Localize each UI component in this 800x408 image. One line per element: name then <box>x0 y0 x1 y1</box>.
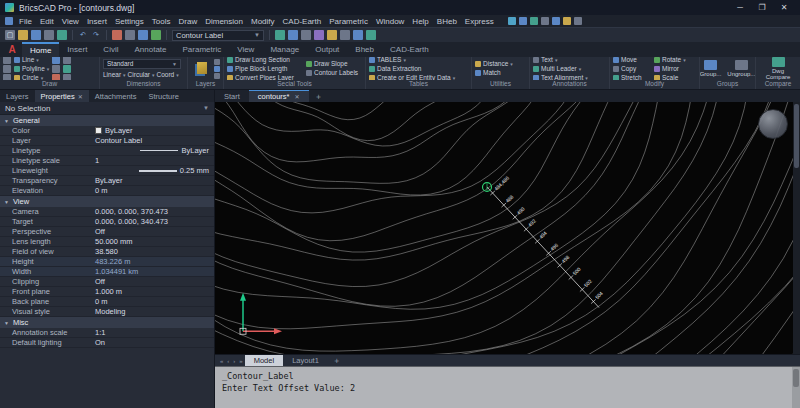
match-button[interactable]: Match <box>475 69 513 77</box>
layers-icon[interactable] <box>197 62 207 74</box>
new-file-icon[interactable]: ▢ <box>5 30 15 40</box>
redo-icon[interactable]: ↷ <box>91 30 101 40</box>
drawing-canvas[interactable]: 484,486 488 490 492 494 496 498 500 502 … <box>215 102 800 354</box>
dimension-style-combo[interactable]: Standard ▼ <box>103 59 181 69</box>
prop-value[interactable]: Modeling <box>92 307 214 316</box>
distance-toolbar-icon[interactable] <box>353 30 363 40</box>
arc-icon[interactable] <box>52 57 60 64</box>
render-icon[interactable] <box>563 17 571 25</box>
dim-linear-button[interactable]: Linear▾ <box>103 71 126 79</box>
scrollbar-thumb[interactable] <box>794 104 799 168</box>
match-properties-icon[interactable] <box>151 30 161 40</box>
dim-circular-button[interactable]: Circular▾ <box>128 71 155 79</box>
tab-properties[interactable]: Properties✕ <box>35 90 89 102</box>
menu-file[interactable]: File <box>15 17 36 26</box>
line-button[interactable]: Line▾ <box>14 57 49 64</box>
save-icon[interactable] <box>31 30 41 40</box>
group-button[interactable]: Group... <box>700 60 721 77</box>
prop-value[interactable]: Off <box>92 227 214 236</box>
section-view[interactable]: ▼View <box>0 196 214 207</box>
ribbon-tab-home[interactable]: Home <box>22 42 59 57</box>
sheet-set-icon[interactable] <box>530 17 538 25</box>
layer-lock-icon[interactable] <box>214 73 220 79</box>
point-icon[interactable] <box>63 65 71 73</box>
contour-label-combo[interactable]: Contour Label ▼ <box>172 30 264 41</box>
command-scrollbar[interactable] <box>792 367 800 408</box>
pan-icon[interactable] <box>275 30 285 40</box>
menu-edit[interactable]: Edit <box>36 17 58 26</box>
last-layout-icon[interactable]: » <box>237 355 244 366</box>
menu-help[interactable]: Help <box>408 17 432 26</box>
maximize-button[interactable]: ❐ <box>751 0 773 15</box>
copy-button[interactable]: Copy <box>613 65 651 73</box>
ribbon-tab-civil[interactable]: Civil <box>95 42 126 57</box>
menu-draw[interactable]: Draw <box>175 17 202 26</box>
prop-value[interactable]: ByLayer <box>92 146 214 155</box>
sketch-icon[interactable] <box>3 57 11 64</box>
menu-window[interactable]: Window <box>372 17 408 26</box>
section-misc[interactable]: ▼Misc <box>0 317 214 328</box>
menu-express[interactable]: Express <box>461 17 498 26</box>
data-extraction-button[interactable]: Data Extraction <box>369 65 455 73</box>
prop-value[interactable]: 1:1 <box>92 328 214 337</box>
ellipse-icon[interactable] <box>63 57 71 64</box>
file-new-icon[interactable] <box>5 17 13 25</box>
settings-toolbar-icon[interactable] <box>366 30 376 40</box>
pipe-block-length-button[interactable]: Pipe Block Length <box>227 65 303 73</box>
ribbon-tab-view[interactable]: View <box>229 42 262 57</box>
grid-icon[interactable] <box>541 17 549 25</box>
new-document-button[interactable]: ＋ <box>309 90 329 102</box>
selection-dropdown[interactable]: No Selection ▼ <box>0 102 214 115</box>
undo-icon[interactable]: ↶ <box>78 30 88 40</box>
dim-coord-button[interactable]: Coord▾ <box>157 71 179 79</box>
polyline-button[interactable]: Polyline▾ <box>14 65 49 73</box>
tables-button[interactable]: TABLES▾ <box>369 57 455 64</box>
first-layout-icon[interactable]: « <box>218 355 225 366</box>
tab-start[interactable]: Start <box>215 90 249 102</box>
open-file-icon[interactable] <box>18 30 28 40</box>
table-icon[interactable] <box>519 17 527 25</box>
mirror-button[interactable]: Mirror <box>654 65 686 73</box>
copy-clipboard-icon[interactable] <box>125 30 135 40</box>
multi-leader-button[interactable]: Multi Leader▾ <box>533 65 588 73</box>
close-icon[interactable]: ✕ <box>295 93 300 100</box>
move-button[interactable]: Move <box>613 57 651 64</box>
layer-manager-icon[interactable] <box>508 17 516 25</box>
prop-value[interactable]: 0 m <box>92 297 214 306</box>
menu-settings[interactable]: Settings <box>111 17 148 26</box>
distance-button[interactable]: Distance▾ <box>475 60 513 68</box>
application-button[interactable]: A <box>2 42 22 57</box>
prop-value[interactable]: 50.000 mm <box>92 237 214 246</box>
rectangle-icon[interactable] <box>52 65 60 73</box>
layer-on-icon[interactable] <box>214 59 220 65</box>
cut-icon[interactable] <box>112 30 122 40</box>
tab-model[interactable]: Model <box>245 355 283 366</box>
prop-value[interactable]: 0.000, 0.000, 340.473 <box>92 217 214 226</box>
navigation-ball[interactable] <box>758 109 788 139</box>
scrollbar-thumb[interactable] <box>793 369 799 387</box>
prop-value[interactable]: 0 m <box>92 186 214 195</box>
close-icon[interactable]: ✕ <box>78 93 83 100</box>
ungroup-button[interactable]: Ungroup... <box>727 60 755 77</box>
draw-long-section-button[interactable]: Draw Long Section <box>227 57 303 64</box>
menu-dimension[interactable]: Dimension <box>201 17 247 26</box>
tab-layout1[interactable]: Layout1 <box>283 355 328 366</box>
ribbon-tab-manage[interactable]: Manage <box>262 42 307 57</box>
paste-icon[interactable] <box>138 30 148 40</box>
menu-bheb[interactable]: BHeb <box>433 17 461 26</box>
draw-slope-button[interactable]: Draw Slope <box>306 60 358 68</box>
ribbon-tab-cad-earth[interactable]: CAD-Earth <box>382 42 437 57</box>
rotate-button[interactable]: Rotate▾ <box>654 57 686 64</box>
prop-value[interactable]: ByLayer <box>92 176 214 185</box>
dwg-compare-button[interactable]: Dwg Compare <box>759 57 797 80</box>
ribbon-tab-output[interactable]: Output <box>307 42 347 57</box>
ray-icon[interactable] <box>3 65 11 73</box>
ribbon-tab-bheb[interactable]: Bheb <box>347 42 382 57</box>
prop-value[interactable]: 38.580 <box>92 247 214 256</box>
tab-layers[interactable]: Layers <box>0 90 35 102</box>
text-button[interactable]: Text▾ <box>533 57 588 64</box>
menu-parametric[interactable]: Parametric <box>325 17 372 26</box>
section-general[interactable]: ▼General <box>0 115 214 126</box>
prop-value[interactable]: 1.000 m <box>92 287 214 296</box>
menu-insert[interactable]: Insert <box>83 17 111 26</box>
